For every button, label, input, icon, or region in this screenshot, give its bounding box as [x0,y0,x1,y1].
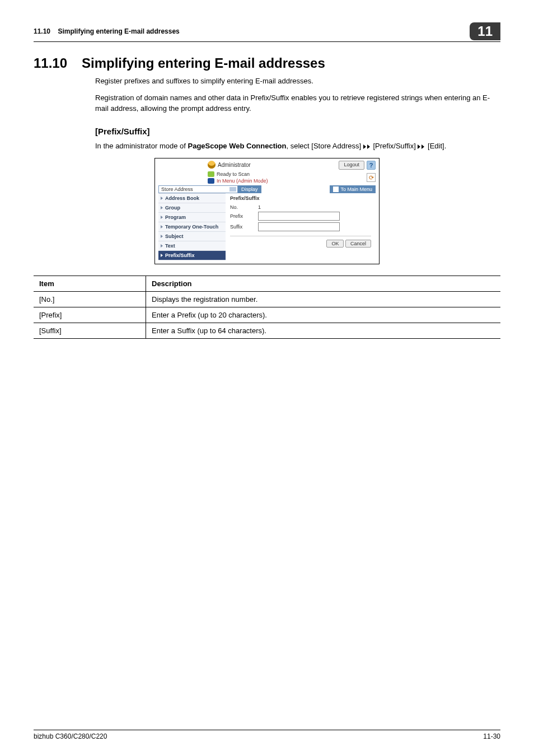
footer-right: 11-30 [483,732,500,740]
cancel-button[interactable]: Cancel [345,240,371,248]
side-nav: Address Book Group Program Temporary One… [158,193,226,260]
description-table: Item Description [No.] Displays the regi… [34,276,500,339]
suffix-input[interactable] [258,222,340,231]
chevron-right-icon [161,244,163,248]
header-section-title: Simplifying entering E-mail addresses [58,27,179,35]
user-icon [208,161,216,169]
chevron-right-icon [161,197,163,200]
nav-address-book[interactable]: Address Book [158,193,226,203]
ok-button[interactable]: OK [326,240,344,248]
store-address-select[interactable]: Store Address [158,185,238,193]
to-main-menu-icon [333,186,339,192]
menu-icon [208,178,214,184]
nav-group[interactable]: Group [158,203,226,212]
nav-prefix-suffix[interactable]: Prefix/Suffix [158,250,226,260]
content-pane: Prefix/Suffix No. 1 Prefix Suffix OK Can… [226,193,376,260]
suffix-label: Suffix [230,224,258,230]
instruction-mid1: , select [Store Address] [287,142,363,150]
nav-program[interactable]: Program [158,212,226,222]
table-head-item: Item [34,276,146,292]
table-cell-item: [No.] [34,292,146,307]
page-footer: bizhub C360/C280/C220 11-30 [34,730,500,740]
display-button[interactable]: Display [238,185,261,193]
table-cell-desc: Displays the registration number. [146,292,501,307]
footer-left: bizhub C360/C280/C220 [34,732,107,740]
admin-label: Administrator [218,162,251,168]
running-header-left: 11.10 Simplifying entering E-mail addres… [34,27,180,35]
section-heading-number: 11.10 [34,55,73,71]
nav-temporary-one-touch[interactable]: Temporary One-Touch [158,222,226,231]
prefix-label: Prefix [230,213,258,219]
status-icon [208,171,214,177]
nav-text[interactable]: Text [158,241,226,250]
ready-label: Ready to Scan [217,171,250,177]
arrow-icon [418,144,425,149]
table-row: [No.] Displays the registration number. [34,292,500,307]
logout-button[interactable]: Logout [339,161,364,170]
instruction-prefix: In the administrator mode of [95,142,188,150]
chapter-badge: 11 [470,22,500,40]
to-main-menu-label: To Main Menu [340,186,372,192]
no-value: 1 [258,204,261,210]
to-main-menu-button[interactable]: To Main Menu [330,185,376,193]
no-label: No. [230,204,258,210]
running-header: 11.10 Simplifying entering E-mail addres… [34,22,500,42]
table-cell-desc: Enter a Suffix (up to 64 characters). [146,323,501,339]
subheading-prefix-suffix: [Prefix/Suffix] [95,127,500,136]
chevron-right-icon [161,206,163,209]
chevron-right-icon [161,235,163,238]
prefix-input[interactable] [258,212,340,221]
instruction-line: In the administrator mode of PageScope W… [95,141,500,152]
chevron-right-icon [161,225,163,228]
table-cell-item: [Prefix] [34,307,146,323]
header-section-num: 11.10 [34,27,50,35]
intro-block: Register prefixes and suffixes to simpli… [95,76,500,114]
help-icon[interactable]: ? [367,161,376,170]
logo-area [158,161,208,185]
table-row: [Suffix] Enter a Suffix (up to 64 charac… [34,323,500,339]
section-heading: 11.10 Simplifying entering E-mail addres… [34,55,500,71]
chevron-right-icon [161,254,163,257]
screenshot-panel: Administrator Ready to Scan In Menu (Adm… [154,158,380,264]
table-cell-desc: Enter a Prefix (up to 20 characters). [146,307,501,323]
divider [230,236,371,236]
content-title: Prefix/Suffix [230,195,371,201]
instruction-bold: PageScope Web Connection [188,142,286,150]
table-cell-item: [Suffix] [34,323,146,339]
chevron-right-icon [161,216,163,219]
arrow-icon [363,144,371,149]
select-value: Store Address [161,186,193,192]
menu-mode-label: In Menu (Admin Mode) [217,178,268,184]
intro-paragraph-1: Register prefixes and suffixes to simpli… [95,76,500,87]
table-row: [Prefix] Enter a Prefix (up to 20 charac… [34,307,500,323]
instruction-suffix: [Edit]. [428,142,446,150]
table-head-desc: Description [146,276,501,292]
nav-subject[interactable]: Subject [158,231,226,241]
intro-paragraph-2: Registration of domain names and other d… [95,92,500,114]
section-heading-title: Simplifying entering E-mail addresses [82,55,325,71]
instruction-mid2: [Prefix/Suffix] [373,142,418,150]
refresh-icon[interactable]: ⟳ [367,173,376,182]
